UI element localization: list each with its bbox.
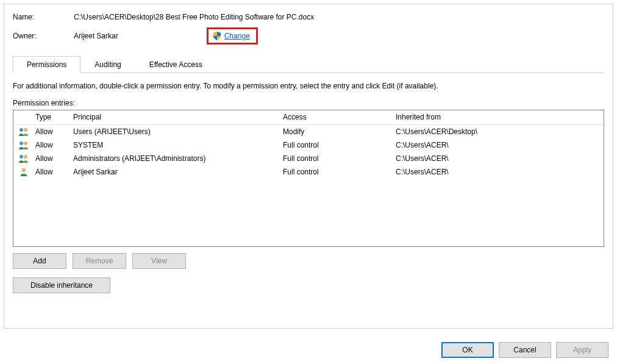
permission-entries-table[interactable]: Type Principal Access Inherited from All… <box>13 110 604 247</box>
table-row[interactable]: AllowUsers (ARIJEET\Users)ModifyC:\Users… <box>13 125 604 138</box>
cell-inherited: C:\Users\ACER\ <box>392 141 604 149</box>
tab-auditing[interactable]: Auditing <box>80 56 135 73</box>
owner-row: Owner: Arijeet Sarkar Change <box>13 27 604 45</box>
cell-principal: SYSTEM <box>70 141 279 149</box>
cell-access: Full control <box>279 141 392 149</box>
table-row[interactable]: AllowArijeet SarkarFull controlC:\Users\… <box>13 165 604 179</box>
apply-button: Apply <box>556 342 608 358</box>
cell-inherited: C:\Users\ACER\ <box>392 154 604 163</box>
tab-effective-access[interactable]: Effective Access <box>135 56 216 73</box>
group-icon <box>13 154 32 163</box>
col-type-header[interactable]: Type <box>32 113 70 121</box>
svg-point-0 <box>20 128 23 132</box>
disable-inheritance-button[interactable]: Disable inheritance <box>13 277 110 293</box>
cell-inherited: C:\Users\ACER\Desktop\ <box>392 127 604 136</box>
owner-value: Arijeet Sarkar <box>74 32 118 40</box>
col-inherited-header[interactable]: Inherited from <box>392 113 604 121</box>
view-button: View <box>132 253 186 269</box>
remove-button: Remove <box>73 253 126 269</box>
svg-point-6 <box>22 168 26 172</box>
svg-point-1 <box>24 128 27 132</box>
col-icon-header <box>13 113 32 121</box>
cell-principal: Administrators (ARIJEET\Administrators) <box>70 154 279 163</box>
cancel-button[interactable]: Cancel <box>499 342 551 358</box>
cell-principal: Users (ARIJEET\Users) <box>70 127 279 136</box>
change-link[interactable]: Change <box>224 32 250 40</box>
svg-point-4 <box>20 155 23 159</box>
add-button[interactable]: Add <box>13 253 66 269</box>
cell-access: Full control <box>279 154 392 163</box>
entries-body: AllowUsers (ARIJEET\Users)ModifyC:\Users… <box>13 125 604 179</box>
cell-type: Allow <box>32 168 70 176</box>
security-dialog: Name: C:\Users\ACER\Desktop\28 Best Free… <box>4 4 613 329</box>
name-value: C:\Users\ACER\Desktop\28 Best Free Photo… <box>74 13 314 21</box>
info-text: For additional information, double-click… <box>13 82 604 90</box>
cell-type: Allow <box>32 127 70 136</box>
svg-point-3 <box>24 141 27 145</box>
ok-button[interactable]: OK <box>441 342 494 358</box>
name-row: Name: C:\Users\ACER\Desktop\28 Best Free… <box>13 13 604 21</box>
owner-label: Owner: <box>13 32 74 40</box>
cell-type: Allow <box>32 154 70 163</box>
table-header: Type Principal Access Inherited from <box>13 110 604 125</box>
cell-type: Allow <box>32 141 70 149</box>
shield-icon <box>212 31 222 41</box>
tab-permissions[interactable]: Permissions <box>13 56 80 73</box>
tabs: Permissions Auditing Effective Access <box>13 55 604 73</box>
cell-access: Full control <box>279 168 392 176</box>
col-access-header[interactable]: Access <box>279 113 392 121</box>
table-row[interactable]: AllowSYSTEMFull controlC:\Users\ACER\ <box>13 138 604 152</box>
cell-inherited: C:\Users\ACER\ <box>392 168 604 176</box>
change-highlight: Change <box>207 27 258 45</box>
disable-inheritance-row: Disable inheritance <box>13 277 604 293</box>
svg-point-2 <box>20 141 23 145</box>
svg-point-5 <box>24 155 27 159</box>
name-label: Name: <box>13 13 74 21</box>
entries-label: Permission entries: <box>13 99 604 107</box>
action-buttons: Add Remove View <box>13 253 604 269</box>
table-row[interactable]: AllowAdministrators (ARIJEET\Administrat… <box>13 152 604 165</box>
user-icon <box>13 167 32 177</box>
col-principal-header[interactable]: Principal <box>70 113 279 121</box>
cell-principal: Arijeet Sarkar <box>70 168 279 176</box>
bottom-buttons: OK Cancel Apply <box>441 342 608 358</box>
cell-access: Modify <box>279 127 392 136</box>
group-icon <box>13 140 32 150</box>
group-icon <box>13 127 32 137</box>
